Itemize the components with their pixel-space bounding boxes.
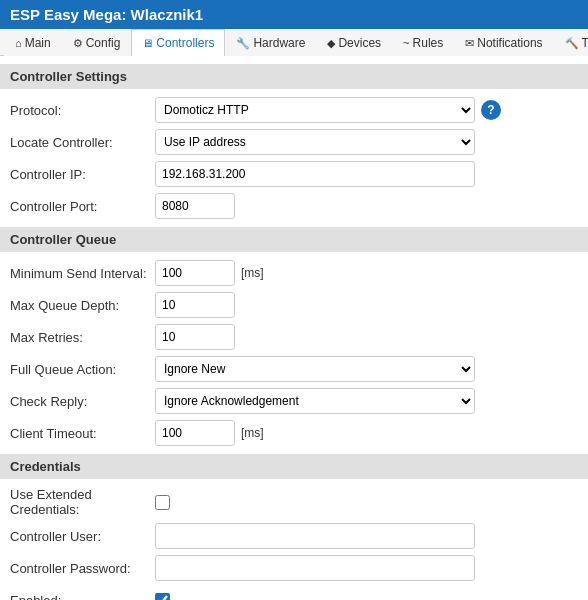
- client-timeout-controls: [ms]: [155, 420, 578, 446]
- controller-user-row: Controller User:: [10, 523, 578, 549]
- use-extended-credentials-label: Use Extended Credentials:: [10, 487, 155, 517]
- tab-notifications[interactable]: ✉ Notifications: [454, 29, 553, 56]
- protocol-help-button[interactable]: ?: [481, 100, 501, 120]
- tab-devices[interactable]: ◆ Devices: [316, 29, 392, 56]
- min-send-interval-controls: [ms]: [155, 260, 578, 286]
- tab-tools[interactable]: 🔨 Tools: [554, 29, 588, 56]
- controller-user-controls: [155, 523, 578, 549]
- locate-controller-row: Locate Controller: Use IP address Use mD…: [10, 129, 578, 155]
- notifications-icon: ✉: [465, 37, 474, 50]
- tab-main[interactable]: ⌂ Main: [4, 29, 62, 56]
- full-queue-action-row: Full Queue Action: Ignore New Delete Old…: [10, 356, 578, 382]
- protocol-controls: Domoticz HTTP Domoticz MQTT OpenHAB MQTT…: [155, 97, 578, 123]
- tab-hardware[interactable]: 🔧 Hardware: [225, 29, 316, 56]
- protocol-label: Protocol:: [10, 103, 155, 118]
- protocol-row: Protocol: Domoticz HTTP Domoticz MQTT Op…: [10, 97, 578, 123]
- devices-icon: ◆: [327, 37, 335, 50]
- max-retries-input[interactable]: [155, 324, 235, 350]
- locate-controller-select[interactable]: Use IP address Use mDNS: [155, 129, 475, 155]
- use-extended-credentials-row: Use Extended Credentials:: [10, 487, 578, 517]
- tab-rules[interactable]: ~ Rules: [392, 29, 454, 56]
- config-icon: ⚙: [73, 37, 83, 50]
- full-queue-action-select[interactable]: Ignore New Delete Oldest: [155, 356, 475, 382]
- controller-user-label: Controller User:: [10, 529, 155, 544]
- controllers-icon: 🖥: [142, 37, 153, 49]
- controller-ip-input[interactable]: [155, 161, 475, 187]
- client-timeout-row: Client Timeout: [ms]: [10, 420, 578, 446]
- main-content: Controller Settings Protocol: Domoticz H…: [0, 64, 588, 600]
- max-queue-depth-label: Max Queue Depth:: [10, 298, 155, 313]
- client-timeout-unit: [ms]: [241, 426, 264, 440]
- min-send-interval-input[interactable]: [155, 260, 235, 286]
- enabled-row: Enabled:: [10, 587, 578, 600]
- controller-user-input[interactable]: [155, 523, 475, 549]
- max-retries-label: Max Retries:: [10, 330, 155, 345]
- min-send-interval-label: Minimum Send Interval:: [10, 266, 155, 281]
- client-timeout-label: Client Timeout:: [10, 426, 155, 441]
- full-queue-action-label: Full Queue Action:: [10, 362, 155, 377]
- controller-settings-header: Controller Settings: [0, 64, 588, 89]
- controller-ip-row: Controller IP:: [10, 161, 578, 187]
- nav-tabs: ⌂ Main ⚙ Config 🖥 Controllers 🔧 Hardware…: [0, 29, 588, 56]
- page-title: ESP Easy Mega: Wlacznik1: [10, 6, 203, 23]
- controller-port-row: Controller Port:: [10, 193, 578, 219]
- controller-password-input[interactable]: [155, 555, 475, 581]
- max-retries-controls: [155, 324, 578, 350]
- min-send-interval-unit: [ms]: [241, 266, 264, 280]
- controller-password-label: Controller Password:: [10, 561, 155, 576]
- controller-password-row: Controller Password:: [10, 555, 578, 581]
- max-queue-depth-row: Max Queue Depth:: [10, 292, 578, 318]
- use-extended-credentials-controls: [155, 495, 578, 510]
- max-queue-depth-controls: [155, 292, 578, 318]
- controller-port-controls: [155, 193, 578, 219]
- main-icon: ⌂: [15, 37, 22, 49]
- protocol-select[interactable]: Domoticz HTTP Domoticz MQTT OpenHAB MQTT…: [155, 97, 475, 123]
- rules-icon: ~: [403, 37, 409, 49]
- controller-password-controls: [155, 555, 578, 581]
- tools-icon: 🔨: [565, 37, 579, 50]
- max-retries-row: Max Retries:: [10, 324, 578, 350]
- tab-config[interactable]: ⚙ Config: [62, 29, 132, 56]
- tab-controllers[interactable]: 🖥 Controllers: [131, 29, 225, 56]
- max-queue-depth-input[interactable]: [155, 292, 235, 318]
- controller-port-label: Controller Port:: [10, 199, 155, 214]
- check-reply-label: Check Reply:: [10, 394, 155, 409]
- client-timeout-input[interactable]: [155, 420, 235, 446]
- controller-port-input[interactable]: [155, 193, 235, 219]
- enabled-label: Enabled:: [10, 593, 155, 601]
- use-extended-credentials-checkbox[interactable]: [155, 495, 170, 510]
- controller-ip-controls: [155, 161, 578, 187]
- min-send-interval-row: Minimum Send Interval: [ms]: [10, 260, 578, 286]
- check-reply-row: Check Reply: Ignore Acknowledgement Chec…: [10, 388, 578, 414]
- title-bar: ESP Easy Mega: Wlacznik1: [0, 0, 588, 29]
- enabled-checkbox[interactable]: [155, 593, 170, 601]
- locate-controller-controls: Use IP address Use mDNS: [155, 129, 578, 155]
- check-reply-select[interactable]: Ignore Acknowledgement Check Acknowledge…: [155, 388, 475, 414]
- check-reply-controls: Ignore Acknowledgement Check Acknowledge…: [155, 388, 578, 414]
- controller-queue-header: Controller Queue: [0, 227, 588, 252]
- locate-controller-label: Locate Controller:: [10, 135, 155, 150]
- full-queue-action-controls: Ignore New Delete Oldest: [155, 356, 578, 382]
- enabled-controls: [155, 593, 578, 601]
- hardware-icon: 🔧: [236, 37, 250, 50]
- credentials-header: Credentials: [0, 454, 588, 479]
- controller-ip-label: Controller IP:: [10, 167, 155, 182]
